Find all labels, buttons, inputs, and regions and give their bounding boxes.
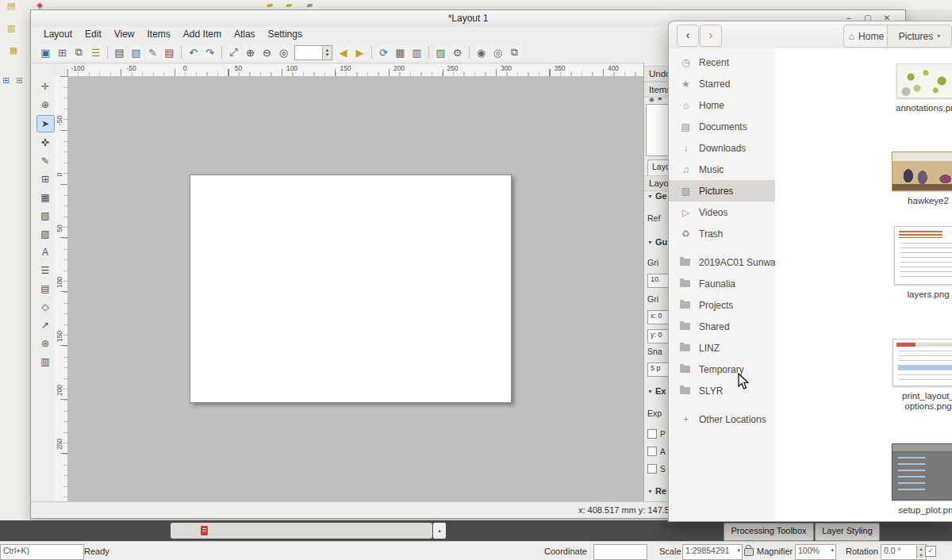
file-item-setup-plot-png[interactable]: setup_plot.png xyxy=(886,443,952,516)
tab-layer-styling[interactable]: Layer Styling xyxy=(815,523,880,541)
add-legend-icon[interactable]: ☰ xyxy=(37,263,54,278)
file-item-hawkeye2[interactable]: hawkeye2 xyxy=(886,152,952,207)
print-icon[interactable]: ▤ xyxy=(112,45,127,60)
zoom-out-icon[interactable]: ⊖ xyxy=(259,45,274,60)
zoom-tool-icon[interactable]: ⊕ xyxy=(37,97,54,113)
file-item-layers-png[interactable]: layers.png xyxy=(886,226,952,301)
scale-combo[interactable]: 1:29854291 ▾ xyxy=(682,544,743,560)
spin-arrows-icon[interactable]: ▲▼ xyxy=(916,546,925,558)
layout-page[interactable] xyxy=(190,175,512,403)
atlas-icon[interactable]: ▨ xyxy=(433,45,448,60)
sidebar-item-shared[interactable]: Shared xyxy=(669,316,775,337)
sidebar-item-videos[interactable]: ▷Videos xyxy=(669,201,775,223)
back-button[interactable]: ‹ xyxy=(677,25,699,47)
pan-tool-icon[interactable]: ✛ xyxy=(37,79,54,94)
toolbar-icon[interactable]: ⊞ xyxy=(2,76,10,85)
unlock-icon[interactable]: ◎ xyxy=(490,45,505,60)
edit-nodes-tool-icon[interactable]: ✎ xyxy=(37,153,54,169)
select-move-item-tool-icon[interactable]: ➤ xyxy=(36,115,55,132)
sidebar-item-pictures[interactable]: ▧Pictures xyxy=(669,180,775,201)
add-3d-map-icon[interactable]: ▧ xyxy=(37,208,54,224)
locator-input[interactable]: Ctrl+K) xyxy=(0,544,84,560)
add-map-icon[interactable]: ▦ xyxy=(37,190,54,205)
ruler-h-label: 100 xyxy=(286,64,298,72)
lock-scale-icon[interactable] xyxy=(744,548,754,556)
forward-button[interactable]: › xyxy=(700,25,722,47)
duplicate-layout-icon[interactable]: ⧉ xyxy=(71,45,86,60)
toolbar-icon[interactable]: ▰ xyxy=(267,1,273,10)
zoom-full-icon[interactable]: ⤢ xyxy=(226,45,241,60)
sidebar-item-music[interactable]: ♫Music xyxy=(669,159,775,180)
rotation-spinbox[interactable]: 0.0 ° ▲▼ xyxy=(881,544,927,560)
atlas-settings-icon[interactable]: ⚙ xyxy=(450,45,465,60)
zoom-level-combo[interactable]: ▲▼ xyxy=(294,45,332,60)
lock-icon[interactable]: ◉ xyxy=(474,45,489,60)
file-item-print-layout-options-png[interactable]: print_layout_ options.png xyxy=(886,339,952,412)
menu-items[interactable]: Items xyxy=(141,27,177,41)
render-checkbox[interactable]: ✓ xyxy=(925,546,936,557)
toolbar-icon[interactable]: ⊞ xyxy=(16,76,23,85)
toolbar-icon[interactable]: ▰ xyxy=(286,1,292,10)
prev-feature-icon[interactable]: ◀ xyxy=(336,45,351,60)
layout-canvas[interactable] xyxy=(67,76,643,502)
add-shape-icon[interactable]: ◇ xyxy=(37,299,54,315)
sidebar-item-other-locations[interactable]: +Other Locations xyxy=(669,408,775,430)
menu-view[interactable]: View xyxy=(108,27,141,41)
layout-manager-icon[interactable]: ☰ xyxy=(88,45,103,60)
file-item-annotations-png[interactable]: annotations.png xyxy=(886,63,952,114)
sidebar-item-linz[interactable]: LINZ xyxy=(669,337,775,359)
sidebar-item-temporary[interactable]: Temporary xyxy=(669,359,775,380)
toolbar-icon[interactable]: ▦ xyxy=(10,46,17,55)
magnifier-combo[interactable]: 100% ▾ xyxy=(795,544,836,560)
next-feature-icon[interactable]: ▶ xyxy=(352,45,367,60)
export-image-icon[interactable]: ▧ xyxy=(129,45,144,60)
sidebar-item-documents[interactable]: ▤Documents xyxy=(669,116,775,137)
add-table-icon[interactable]: ▥ xyxy=(37,354,54,370)
refresh-icon[interactable]: ⟳ xyxy=(376,45,391,60)
toolbar-icon[interactable]: ▤ xyxy=(7,2,15,10)
sidebar-item-slyr[interactable]: SLYR xyxy=(669,380,775,401)
save-icon[interactable]: ▣ xyxy=(38,45,53,60)
sidebar-item-starred[interactable]: ★Starred xyxy=(669,73,775,94)
new-layout-icon[interactable]: ⊞ xyxy=(55,45,70,60)
menu-settings[interactable]: Settings xyxy=(262,27,309,41)
add-label-icon[interactable]: A xyxy=(37,244,54,260)
toolbar-icon[interactable]: ▥ xyxy=(7,24,15,33)
sidebar-item-trash[interactable]: ♻Trash xyxy=(669,223,775,244)
guides-icon[interactable]: ▥ xyxy=(409,45,424,60)
path-pictures-button[interactable]: Pictures ▾ xyxy=(887,25,952,48)
sidebar-item-projects[interactable]: Projects xyxy=(669,294,775,316)
sidebar-item-home[interactable]: ⌂Home xyxy=(669,94,775,116)
menu-layout[interactable]: Layout xyxy=(37,27,79,41)
add-arrow-icon[interactable]: ↗ xyxy=(37,317,54,333)
undo-icon[interactable]: ↶ xyxy=(186,45,201,60)
coordinate-input[interactable] xyxy=(593,544,647,560)
export-svg-icon[interactable]: ✎ xyxy=(145,45,160,60)
toolbar-icon[interactable]: ◈ xyxy=(36,1,43,10)
sidebar-item-downloads[interactable]: ↓Downloads xyxy=(669,137,775,159)
path-home-button[interactable]: ⌂ Home xyxy=(843,25,889,48)
docked-panel-titlebar[interactable] xyxy=(171,523,432,539)
add-scalebar-icon[interactable]: ▤ xyxy=(37,281,54,297)
add-page-icon[interactable]: ⊞ xyxy=(37,171,54,187)
menu-atlas[interactable]: Atlas xyxy=(228,27,262,41)
sidebar-item-recent[interactable]: ◷Recent xyxy=(669,52,775,73)
redo-icon[interactable]: ↷ xyxy=(202,45,217,60)
toolbar-icon[interactable]: ▰ xyxy=(306,1,313,10)
spin-arrows-icon[interactable]: ▲▼ xyxy=(322,46,332,59)
move-content-tool-icon[interactable]: ✜ xyxy=(37,135,54,151)
menu-add-item[interactable]: Add Item xyxy=(177,27,228,41)
sidebar-item-2019ac01-sunwater[interactable]: 2019AC01 Sunwater xyxy=(669,251,775,273)
group-icon[interactable]: ⧉ xyxy=(507,45,522,60)
zoom-in-icon[interactable]: ⊕ xyxy=(243,45,258,60)
export-pdf-icon[interactable]: ▤ xyxy=(162,45,177,60)
sidebar-item-faunalia[interactable]: Faunalia xyxy=(669,273,775,294)
tab-processing-toolbox[interactable]: Processing Toolbox xyxy=(724,523,814,541)
expand-panel-button[interactable]: ▴ xyxy=(433,523,446,539)
panel-icon xyxy=(201,526,208,535)
add-html-icon[interactable]: ⊛ xyxy=(37,336,54,351)
grid-icon[interactable]: ▦ xyxy=(393,45,408,60)
zoom-actual-icon[interactable]: ◎ xyxy=(276,45,291,60)
menu-edit[interactable]: Edit xyxy=(79,27,108,41)
add-picture-icon[interactable]: ▨ xyxy=(37,226,54,242)
